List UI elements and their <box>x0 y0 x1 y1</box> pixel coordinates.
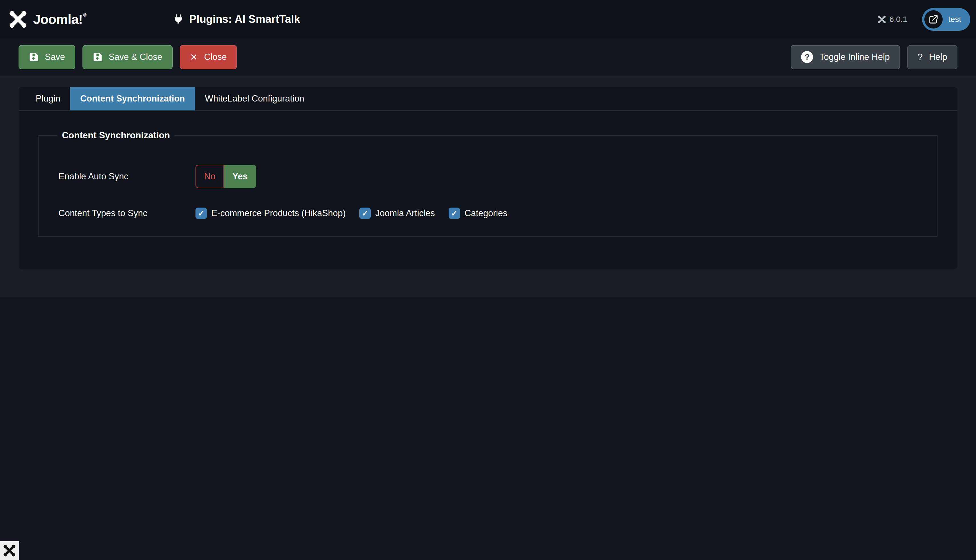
checkbox-hikashop-products[interactable]: ✓ E-commerce Products (HikaShop) <box>196 208 346 219</box>
toolbar-left-group: Save Save & Close ✕ Close <box>18 45 237 69</box>
content-types-row: Content Types to Sync ✓ E-commerce Produ… <box>38 208 937 219</box>
save-icon <box>29 52 38 62</box>
close-icon: ✕ <box>190 52 198 62</box>
question-circle-icon: ? <box>801 51 813 63</box>
toolbar-right-group: ? Toggle Inline Help ? Help <box>791 45 958 69</box>
plugin-edit-card: Plugin Content Synchronization WhiteLabe… <box>18 87 958 270</box>
tab-plugin[interactable]: Plugin <box>26 87 70 110</box>
joomla-logo-icon <box>8 10 27 29</box>
checkbox-checked-icon[interactable]: ✓ <box>359 208 371 219</box>
content-types-group: ✓ E-commerce Products (HikaShop) ✓ Jooml… <box>196 208 507 219</box>
joomla-brand[interactable]: Joomla! ® <box>8 0 86 38</box>
content-types-label: Content Types to Sync <box>38 208 196 218</box>
external-link-icon <box>924 10 943 28</box>
save-and-close-button[interactable]: Save & Close <box>82 45 173 69</box>
enable-auto-sync-toggle: No Yes <box>196 165 256 188</box>
help-button[interactable]: ? Help <box>907 45 958 69</box>
tab-bar: Plugin Content Synchronization WhiteLabe… <box>18 87 958 111</box>
brand-wordmark: Joomla! ® <box>33 12 86 27</box>
save-icon <box>93 52 102 62</box>
joomla-footer-shortcut[interactable] <box>0 541 19 560</box>
save-button[interactable]: Save <box>18 45 75 69</box>
toggle-inline-help-button[interactable]: ? Toggle Inline Help <box>791 45 900 69</box>
auto-sync-yes-option[interactable]: Yes <box>224 165 256 188</box>
user-label: test <box>948 15 961 24</box>
tab-whitelabel-configuration[interactable]: WhiteLabel Configuration <box>195 87 314 110</box>
registered-mark: ® <box>83 13 86 18</box>
user-menu-button[interactable]: test <box>922 8 970 31</box>
close-button[interactable]: ✕ Close <box>180 45 237 69</box>
checkbox-checked-icon[interactable]: ✓ <box>196 208 207 219</box>
main-content: Plugin Content Synchronization WhiteLabe… <box>0 75 976 297</box>
checkbox-joomla-articles[interactable]: ✓ Joomla Articles <box>359 208 435 219</box>
joomla-version: 6.0.1 <box>877 15 907 24</box>
page-title: Plugins: AI SmartTalk <box>189 13 300 25</box>
enable-auto-sync-row: Enable Auto Sync No Yes <box>38 165 937 188</box>
content-sync-fieldset: Content Synchronization Enable Auto Sync… <box>38 130 938 237</box>
enable-auto-sync-label: Enable Auto Sync <box>38 172 196 182</box>
joomla-version-icon <box>877 15 886 24</box>
tab-content-synchronization[interactable]: Content Synchronization <box>70 87 195 110</box>
fieldset-legend: Content Synchronization <box>57 130 175 140</box>
question-icon: ? <box>918 52 923 62</box>
checkbox-checked-icon[interactable]: ✓ <box>449 208 460 219</box>
plug-icon <box>173 14 184 25</box>
toolbar: Save Save & Close ✕ Close ? Toggle Inlin… <box>0 38 976 75</box>
joomla-icon <box>3 544 16 557</box>
admin-header: Joomla! ® Plugins: AI SmartTalk 6.0.1 <box>0 0 976 38</box>
checkbox-categories[interactable]: ✓ Categories <box>449 208 507 219</box>
page-heading: Plugins: AI SmartTalk <box>173 0 300 38</box>
header-right-group: 6.0.1 test <box>877 0 970 38</box>
version-text: 6.0.1 <box>889 15 907 24</box>
auto-sync-no-option[interactable]: No <box>196 165 224 188</box>
